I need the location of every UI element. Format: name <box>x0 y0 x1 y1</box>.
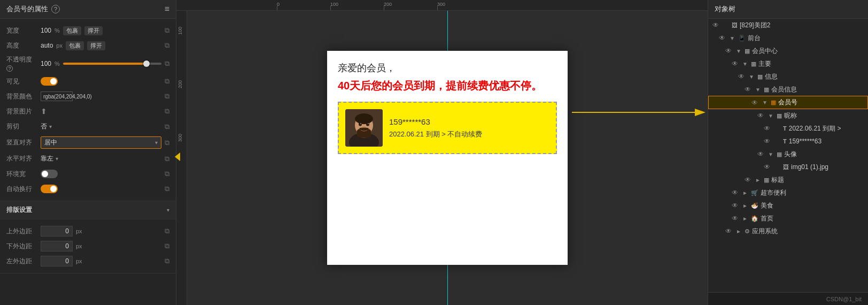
tree-item-r5[interactable]: 👁 ▼ ▦ 会员信息 <box>708 83 868 96</box>
auto-wrap-toggle[interactable] <box>41 185 58 193</box>
color-swatch[interactable]: rgba(204,204,204,0) <box>41 92 73 101</box>
border-width-copy-icon[interactable]: ⧉ <box>165 170 169 178</box>
clip-select[interactable]: 否 ▾ <box>41 121 161 132</box>
expand-r2[interactable]: ▼ <box>736 48 742 54</box>
tree-item-r2[interactable]: 👁 ▼ ▦ 会员中心 <box>708 44 868 57</box>
expand-r5[interactable]: ▼ <box>755 87 762 93</box>
icon-r2: ▦ <box>745 48 750 55</box>
menu-icon[interactable]: ≡ <box>165 4 169 14</box>
opacity-help-icon[interactable]: ? <box>6 65 13 72</box>
margin-top-input[interactable] <box>41 226 73 237</box>
clip-row: 剪切 否 ▾ ⧉ <box>0 119 176 134</box>
eye-icon-r6[interactable]: 👁 <box>751 99 760 106</box>
expand-r4[interactable]: ▼ <box>749 74 755 80</box>
right-panel: 对象树 👁 🖼 [829]美团2 👁 ▼ 📱 前台 👁 ▼ ▦ 会员中心 👁 ▼ <box>708 0 868 305</box>
eye-icon-r15[interactable]: 👁 <box>732 215 740 222</box>
width-tag-stretch[interactable]: 撑开 <box>84 26 103 35</box>
bgcolor-copy-icon[interactable]: ⧉ <box>165 92 169 101</box>
eye-icon-r0[interactable]: 👁 <box>712 21 721 29</box>
tree-item-r7[interactable]: 👁 ▼ ▦ 昵称 <box>708 109 868 122</box>
tree-item-r8[interactable]: 👁 T 2022.06.21 到期 > <box>708 122 868 135</box>
border-width-toggle[interactable] <box>41 170 58 178</box>
height-tag-wrap[interactable]: 包裹 <box>66 41 84 50</box>
height-tag-stretch[interactable]: 撑开 <box>87 41 105 50</box>
slider-thumb[interactable] <box>143 60 150 67</box>
vert-align-select[interactable]: 居中 ▾ <box>41 136 161 149</box>
expand-r7[interactable]: ▼ <box>768 113 774 119</box>
expand-r10[interactable]: ▼ <box>768 151 774 157</box>
horz-align-copy-icon[interactable]: ⧉ <box>165 155 169 163</box>
eye-icon-r16[interactable]: 👁 <box>725 227 734 235</box>
upload-icon[interactable]: ⬆ <box>41 107 47 116</box>
slider-track[interactable] <box>63 63 161 65</box>
height-copy-icon[interactable]: ⧉ <box>165 41 169 50</box>
visible-label: 可见 <box>6 77 37 86</box>
eye-icon-r1[interactable]: 👁 <box>719 34 727 42</box>
expand-r12[interactable]: ► <box>755 177 762 183</box>
margin-bottom-copy-icon[interactable]: ⧉ <box>165 242 169 250</box>
tree-item-r4[interactable]: 👁 ▼ ▦ 信息 <box>708 70 868 83</box>
height-value[interactable]: auto <box>41 42 53 49</box>
eye-icon-r4[interactable]: 👁 <box>738 73 747 80</box>
vert-align-arrow: ▾ <box>155 140 158 146</box>
width-value[interactable]: 100 <box>41 27 51 34</box>
eye-icon-r7[interactable]: 👁 <box>757 112 766 119</box>
expand-r13[interactable]: ► <box>742 190 749 196</box>
expand-r16[interactable]: ► <box>736 228 742 234</box>
eye-icon-r12[interactable]: 👁 <box>745 176 753 184</box>
tree-item-r9[interactable]: 👁 T 159******63 <box>708 135 868 148</box>
tree-item-r16[interactable]: 👁 ► ⚙ 应用系统 <box>708 225 868 238</box>
tree-item-r6[interactable]: 👁 ▼ ▦ 会员号 <box>708 96 868 109</box>
eye-icon-r5[interactable]: 👁 <box>745 86 753 93</box>
tree-item-r1[interactable]: 👁 ▼ 📱 前台 <box>708 32 868 44</box>
expand-r6[interactable]: ▼ <box>762 100 769 105</box>
eye-icon-r3[interactable]: 👁 <box>732 60 740 67</box>
bgcolor-row: 背景颜色 rgba(204,204,204,0) ⧉ <box>0 89 176 104</box>
ruler-200: 200 <box>384 2 392 7</box>
eye-icon-r14[interactable]: 👁 <box>732 202 740 209</box>
vert-align-value: 居中 <box>44 138 57 147</box>
eye-icon-r8[interactable]: 👁 <box>764 125 772 132</box>
label-r13: 超市便利 <box>761 188 786 197</box>
bgimage-copy-icon[interactable]: ⧉ <box>165 107 169 116</box>
member-info: 159******63 2022.06.21 到期 > 不自动续费 <box>389 117 549 139</box>
width-row: 宽度 100 % 包裹 撑开 ⧉ <box>0 23 176 38</box>
vert-align-row: 竖直对齐 居中 ▾ ⧉ <box>0 134 176 151</box>
tree-item-r3[interactable]: 👁 ▼ ▦ 主要 <box>708 57 868 70</box>
eye-icon-r9[interactable]: 👁 <box>764 138 772 145</box>
opacity-value[interactable]: 100 <box>41 60 51 67</box>
width-tag-wrap[interactable]: 包裹 <box>63 26 81 35</box>
visible-copy-icon[interactable]: ⧉ <box>165 77 169 86</box>
margin-bottom-input[interactable] <box>41 241 73 251</box>
tree-item-r0[interactable]: 👁 🖼 [829]美团2 <box>708 19 868 32</box>
eye-icon-r10[interactable]: 👁 <box>757 150 766 158</box>
tree-item-r12[interactable]: 👁 ► ▦ 标题 <box>708 173 868 186</box>
margin-left-copy-icon[interactable]: ⧉ <box>165 257 169 265</box>
vert-align-copy-icon[interactable]: ⧉ <box>165 139 169 147</box>
expand-r3[interactable]: ▼ <box>742 61 749 67</box>
expire-text: 40天后您的会员到期，提前续费优惠不停。 <box>338 79 557 93</box>
margin-top-copy-icon[interactable]: ⧉ <box>165 227 169 235</box>
eye-icon-r2[interactable]: 👁 <box>725 47 734 55</box>
horz-align-select[interactable]: 靠左 ▾ <box>41 153 161 164</box>
tree-item-r13[interactable]: 👁 ► 🛒 超市便利 <box>708 186 868 199</box>
opacity-slider[interactable] <box>63 63 161 65</box>
opacity-copy-icon[interactable]: ⧉ <box>165 59 169 68</box>
width-copy-icon[interactable]: ⧉ <box>165 26 169 35</box>
visible-toggle[interactable] <box>41 77 58 86</box>
layout-section-header[interactable]: 排版设置 ▾ <box>0 201 176 219</box>
expand-r15[interactable]: ► <box>742 216 749 222</box>
margin-left-input[interactable] <box>41 256 73 266</box>
tree-item-r14[interactable]: 👁 ► 🍜 美食 <box>708 199 868 212</box>
eye-icon-r11[interactable]: 👁 <box>764 163 772 171</box>
clip-copy-icon[interactable]: ⧉ <box>165 123 169 131</box>
expand-r14[interactable]: ► <box>742 203 749 209</box>
eye-icon-r13[interactable]: 👁 <box>732 189 740 196</box>
tree-item-r15[interactable]: 👁 ► 🏠 首页 <box>708 212 868 225</box>
expand-r1[interactable]: ▼ <box>730 35 736 41</box>
tree-item-r10[interactable]: 👁 ▼ ▦ 头像 <box>708 148 868 161</box>
auto-wrap-copy-icon[interactable]: ⧉ <box>165 185 169 193</box>
help-icon[interactable]: ? <box>51 5 60 13</box>
horz-align-arrow: ▾ <box>56 156 58 162</box>
tree-item-r11[interactable]: 👁 🖼 img01 (1).jpg <box>708 161 868 173</box>
